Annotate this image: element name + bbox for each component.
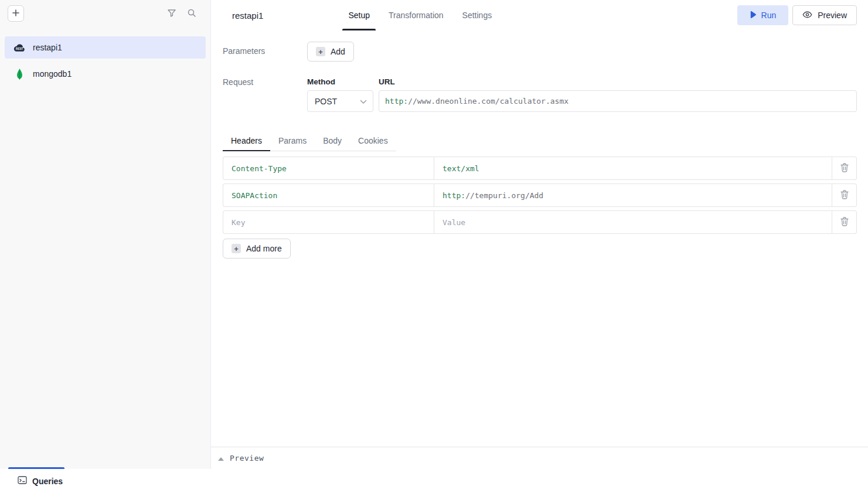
tab-cookies[interactable]: Cookies bbox=[350, 131, 396, 151]
header-key-input[interactable] bbox=[223, 210, 434, 234]
request-subtabs: Headers Params Body Cookies bbox=[223, 131, 396, 151]
url-value-path: //www.dneonline.com/calculator.asmx bbox=[408, 97, 569, 106]
play-icon bbox=[750, 11, 756, 20]
preview-footer-label: Preview bbox=[230, 454, 264, 463]
response-preview-toggle[interactable]: Preview bbox=[211, 447, 868, 469]
search-icon bbox=[187, 8, 196, 19]
setup-panel: Parameters Add Request Method POST bbox=[211, 30, 868, 447]
request-label: Request bbox=[223, 77, 307, 112]
parameters-row: Parameters Add bbox=[223, 42, 857, 62]
method-label: Method bbox=[307, 77, 373, 86]
trash-icon bbox=[840, 190, 849, 201]
add-parameter-button[interactable]: Add bbox=[307, 42, 354, 62]
header-row: Content-Type text/xml bbox=[223, 157, 857, 180]
header-row-empty bbox=[223, 210, 857, 234]
header-actions: Run Preview bbox=[737, 5, 857, 25]
query-list: REST restapi1 mongodb1 bbox=[0, 36, 210, 85]
header-value-field[interactable]: text/xml bbox=[434, 157, 832, 180]
tab-setup[interactable]: Setup bbox=[342, 0, 376, 30]
queries-label: Queries bbox=[32, 477, 63, 486]
header-value-gray: //tempuri.org/Add bbox=[465, 191, 543, 200]
url-input[interactable]: http://www.dneonline.com/calculator.asmx bbox=[379, 90, 857, 112]
tab-label: Body bbox=[323, 136, 342, 145]
filter-button[interactable] bbox=[167, 8, 176, 19]
plus-box-icon bbox=[232, 244, 241, 253]
queries-icon bbox=[18, 476, 27, 486]
tab-params[interactable]: Params bbox=[270, 131, 315, 151]
bottom-bar: Queries bbox=[0, 469, 868, 493]
add-more-button[interactable]: Add more bbox=[223, 239, 291, 259]
tab-headers[interactable]: Headers bbox=[223, 131, 270, 151]
parameters-label: Parameters bbox=[223, 42, 307, 62]
header-value-input[interactable] bbox=[434, 210, 832, 234]
sidebar: REST restapi1 mongodb1 bbox=[0, 0, 211, 469]
search-button[interactable] bbox=[187, 8, 196, 19]
trash-icon bbox=[840, 217, 849, 228]
run-label: Run bbox=[761, 11, 777, 20]
chevron-down-icon bbox=[360, 97, 367, 106]
sidebar-item-label: mongodb1 bbox=[33, 69, 72, 79]
query-editor: restapi1 Setup Transformation Settings R… bbox=[211, 0, 868, 469]
method-value: POST bbox=[315, 97, 337, 106]
tab-queries[interactable]: Queries bbox=[18, 469, 63, 493]
url-value-scheme: http: bbox=[385, 97, 408, 106]
add-parameter-label: Add bbox=[331, 47, 345, 56]
tab-label: Params bbox=[278, 136, 307, 145]
add-more-label: Add more bbox=[246, 244, 282, 253]
tab-label: Setup bbox=[348, 11, 370, 20]
tab-label: Settings bbox=[462, 11, 492, 20]
add-more-row: Add more bbox=[223, 239, 857, 259]
header-key-field[interactable]: Content-Type bbox=[223, 157, 434, 180]
editor-tabs: Setup Transformation Settings bbox=[342, 0, 498, 30]
tab-label: Headers bbox=[231, 136, 262, 145]
query-title[interactable]: restapi1 bbox=[232, 11, 263, 21]
method-group: Method POST bbox=[307, 77, 373, 112]
caret-up-icon bbox=[218, 454, 224, 463]
tab-body[interactable]: Body bbox=[315, 131, 350, 151]
preview-label: Preview bbox=[818, 11, 847, 20]
trash-icon bbox=[840, 163, 849, 174]
header-value-green: http: bbox=[442, 191, 465, 200]
header-key-value: Content-Type bbox=[232, 164, 287, 173]
header-key-field[interactable]: SOAPAction bbox=[223, 183, 434, 207]
url-group: URL http://www.dneonline.com/calculator.… bbox=[379, 77, 857, 112]
sidebar-item-label: restapi1 bbox=[33, 43, 62, 52]
tab-settings[interactable]: Settings bbox=[457, 0, 498, 30]
delete-row-button[interactable] bbox=[832, 210, 857, 234]
header-row: SOAPAction http://tempuri.org/Add bbox=[223, 183, 857, 207]
app-root: REST restapi1 mongodb1 restapi1 Setup Tr… bbox=[0, 0, 868, 493]
tab-label: Cookies bbox=[358, 136, 388, 145]
plus-icon bbox=[12, 9, 19, 18]
mongodb-icon bbox=[12, 69, 26, 80]
run-button[interactable]: Run bbox=[737, 5, 789, 25]
url-label: URL bbox=[379, 77, 857, 86]
editor-header: restapi1 Setup Transformation Settings R… bbox=[211, 0, 868, 30]
header-key-value: SOAPAction bbox=[232, 191, 277, 200]
rest-api-icon: REST bbox=[12, 43, 26, 52]
tab-transformation[interactable]: Transformation bbox=[383, 0, 450, 30]
delete-row-button[interactable] bbox=[832, 183, 857, 207]
request-row: Request Method POST URL http://www.dneon… bbox=[223, 77, 857, 112]
header-value-field[interactable]: http://tempuri.org/Add bbox=[434, 183, 832, 207]
sidebar-item-mongodb1[interactable]: mongodb1 bbox=[5, 63, 206, 85]
preview-button[interactable]: Preview bbox=[792, 5, 857, 25]
tab-label: Transformation bbox=[389, 11, 444, 20]
svg-text:REST: REST bbox=[16, 47, 23, 50]
plus-box-icon bbox=[316, 47, 325, 56]
delete-row-button[interactable] bbox=[832, 157, 857, 180]
sidebar-toolbar bbox=[0, 0, 210, 27]
eye-icon bbox=[802, 11, 812, 21]
sidebar-item-restapi1[interactable]: REST restapi1 bbox=[5, 36, 206, 59]
filter-icon bbox=[167, 8, 176, 19]
header-value-green: text/xml bbox=[442, 164, 479, 173]
new-entity-button[interactable] bbox=[8, 5, 24, 22]
method-select[interactable]: POST bbox=[307, 90, 373, 112]
